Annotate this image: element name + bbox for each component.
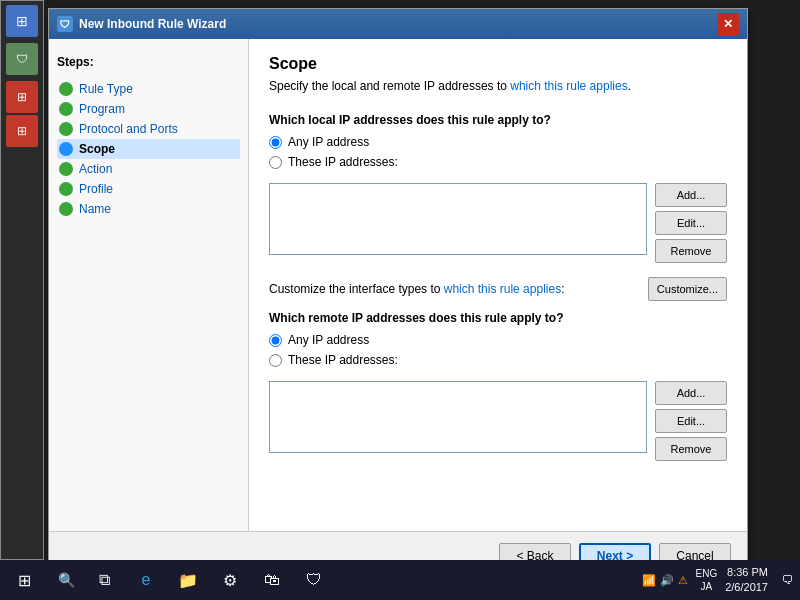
start-button[interactable]: ⊞ <box>0 560 48 600</box>
remote-ip-edit-button[interactable]: Edit... <box>655 409 727 433</box>
taskbar-clock[interactable]: 8:36 PM 2/6/2017 <box>717 565 776 596</box>
steps-label: Steps: <box>57 55 240 69</box>
remote-ip-any-radio[interactable] <box>269 334 282 347</box>
clock-date: 2/6/2017 <box>725 580 768 595</box>
local-ip-edit-button[interactable]: Edit... <box>655 211 727 235</box>
sidebar-item-profile[interactable]: Profile <box>57 179 240 199</box>
dialog-icon: 🛡 <box>57 16 73 32</box>
remote-ip-list-box[interactable] <box>269 381 647 453</box>
dot-protocol-ports <box>59 122 73 136</box>
sidebar-label-rule-type: Rule Type <box>79 82 133 96</box>
taskbar-icons: ⧉ e 📁 ⚙ 🛍 🛡 <box>84 560 634 600</box>
taskbar: ⊞ 🔍 ⧉ e 📁 ⚙ 🛍 🛡 📶 🔊 ⚠ ENG JA 8:36 PM 2/6… <box>0 560 800 600</box>
taskbar-tray: 📶 🔊 ⚠ <box>634 574 696 587</box>
dot-name <box>59 202 73 216</box>
page-title: Scope <box>269 55 727 73</box>
local-ip-section-label: Which local IP addresses does this rule … <box>269 113 727 127</box>
dot-program <box>59 102 73 116</box>
subtitle-text: Specify the local and remote IP addresse… <box>269 79 510 93</box>
remote-ip-buttons: Add... Edit... Remove <box>655 381 727 461</box>
customize-text: Customize the interface types to which t… <box>269 282 640 296</box>
dialog-body: Steps: Rule Type Program Protocol and Po… <box>49 39 747 579</box>
taskbar-lang: ENG JA <box>696 567 718 593</box>
remote-ip-remove-button[interactable]: Remove <box>655 437 727 461</box>
local-ip-any-label: Any IP address <box>288 135 369 149</box>
close-button[interactable]: ✕ <box>717 13 739 35</box>
local-ip-list-row: Add... Edit... Remove <box>269 183 727 263</box>
customize-row: Customize the interface types to which t… <box>269 277 727 301</box>
search-button[interactable]: 🔍 <box>48 560 84 600</box>
lang-line2: JA <box>696 580 718 593</box>
remote-ip-these-label: These IP addresses: <box>288 353 398 367</box>
sidebar-label-profile: Profile <box>79 182 113 196</box>
dot-profile <box>59 182 73 196</box>
taskbar-app1[interactable]: 🛡 <box>294 560 334 600</box>
page-subtitle: Specify the local and remote IP addresse… <box>269 79 727 93</box>
local-ip-radio-group: Any IP address These IP addresses: <box>269 135 727 175</box>
taskbar-settings[interactable]: ⚙ <box>210 560 250 600</box>
steps-sidebar: Steps: Rule Type Program Protocol and Po… <box>49 39 249 579</box>
customize-text-before: Customize the interface types to <box>269 282 444 296</box>
sidebar-item-rule-type[interactable]: Rule Type <box>57 79 240 99</box>
sidebar-item-name[interactable]: Name <box>57 199 240 219</box>
taskbar-notification[interactable]: 🗨 <box>776 560 800 600</box>
taskbar-explorer[interactable]: 📁 <box>168 560 208 600</box>
sidebar-item-action[interactable]: Action <box>57 159 240 179</box>
remote-ip-these-radio[interactable] <box>269 354 282 367</box>
local-ip-these-label: These IP addresses: <box>288 155 398 169</box>
tray-icon-warning: ⚠ <box>678 574 688 587</box>
remote-ip-any-option[interactable]: Any IP address <box>269 333 727 347</box>
sidebar-label-protocol-ports: Protocol and Ports <box>79 122 178 136</box>
subtitle-end: . <box>628 79 631 93</box>
remote-ip-list-row: Add... Edit... Remove <box>269 381 727 461</box>
local-ip-any-radio[interactable] <box>269 136 282 149</box>
local-ip-any-option[interactable]: Any IP address <box>269 135 727 149</box>
dialog-title: New Inbound Rule Wizard <box>79 17 717 31</box>
clock-time: 8:36 PM <box>725 565 768 580</box>
local-ip-these-option[interactable]: These IP addresses: <box>269 155 727 169</box>
dot-rule-type <box>59 82 73 96</box>
dot-scope <box>59 142 73 156</box>
local-ip-add-button[interactable]: Add... <box>655 183 727 207</box>
main-content: Scope Specify the local and remote IP ad… <box>249 39 747 579</box>
subtitle-link[interactable]: which this rule applies <box>510 79 627 93</box>
sidebar-item-scope[interactable]: Scope <box>57 139 240 159</box>
local-ip-buttons: Add... Edit... Remove <box>655 183 727 263</box>
dot-action <box>59 162 73 176</box>
sidebar-label-action: Action <box>79 162 112 176</box>
sidebar-label-name: Name <box>79 202 111 216</box>
customize-button[interactable]: Customize... <box>648 277 727 301</box>
dialog-titlebar: 🛡 New Inbound Rule Wizard ✕ <box>49 9 747 39</box>
new-inbound-rule-wizard-dialog: 🛡 New Inbound Rule Wizard ✕ Steps: Rule … <box>48 8 748 580</box>
remote-ip-section-label: Which remote IP addresses does this rule… <box>269 311 727 325</box>
remote-ip-add-button[interactable]: Add... <box>655 381 727 405</box>
taskbar-edge[interactable]: e <box>126 560 166 600</box>
local-ip-remove-button[interactable]: Remove <box>655 239 727 263</box>
tray-icon-network: 📶 <box>642 574 656 587</box>
sidebar-label-program: Program <box>79 102 125 116</box>
remote-ip-radio-group: Any IP address These IP addresses: <box>269 333 727 373</box>
customize-link[interactable]: which this rule applies <box>444 282 561 296</box>
remote-ip-these-option[interactable]: These IP addresses: <box>269 353 727 367</box>
sidebar-item-program[interactable]: Program <box>57 99 240 119</box>
taskbar-store[interactable]: 🛍 <box>252 560 292 600</box>
local-ip-list-box[interactable] <box>269 183 647 255</box>
tray-icon-volume: 🔊 <box>660 574 674 587</box>
taskbar-task-view[interactable]: ⧉ <box>84 560 124 600</box>
customize-text-after: : <box>561 282 564 296</box>
lang-line1: ENG <box>696 567 718 580</box>
remote-ip-any-label: Any IP address <box>288 333 369 347</box>
local-ip-these-radio[interactable] <box>269 156 282 169</box>
sidebar-item-protocol-ports[interactable]: Protocol and Ports <box>57 119 240 139</box>
sidebar-label-scope: Scope <box>79 142 115 156</box>
